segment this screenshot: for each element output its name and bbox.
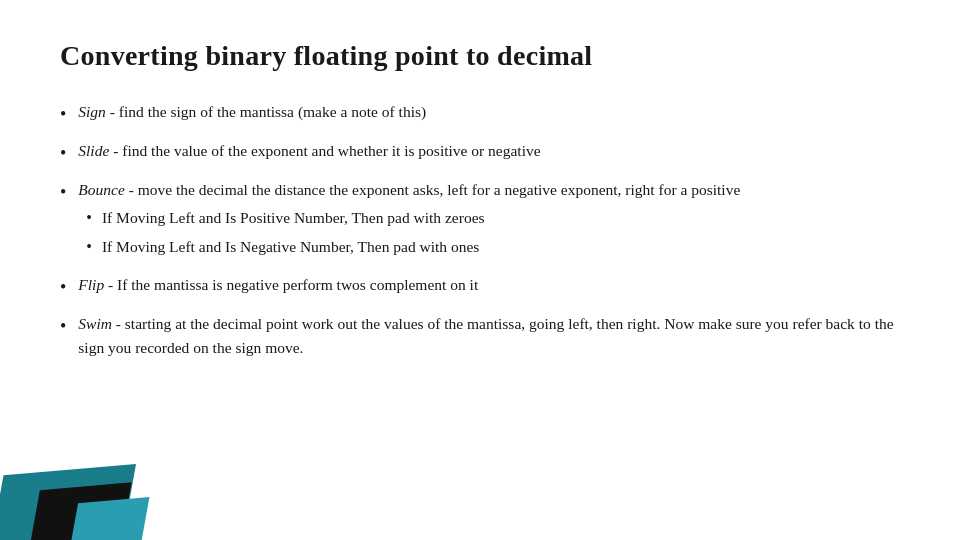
slide-title: Converting binary floating point to deci… [60, 40, 900, 72]
term-slide: Slide [78, 142, 109, 159]
sub-text-1: If Moving Left and Is Negative Number, T… [102, 235, 479, 259]
separator-2: - [125, 181, 138, 198]
list-item: • If Moving Left and Is Positive Number,… [86, 206, 900, 231]
separator-0: - [106, 103, 119, 120]
list-item: • Slide - find the value of the exponent… [60, 139, 900, 168]
sub-bullet-dot: • [86, 206, 92, 231]
separator-3: - [104, 276, 117, 293]
term-sign: Sign [78, 103, 106, 120]
bullet-text: Sign - find the sign of the mantissa (ma… [78, 100, 900, 124]
list-item: • Bounce - move the decimal the distance… [60, 178, 900, 264]
separator-1: - [109, 142, 122, 159]
list-item: • If Moving Left and Is Negative Number,… [86, 235, 900, 260]
separator-4: - [112, 315, 125, 332]
bullet-list: • Sign - find the sign of the mantissa (… [60, 100, 900, 360]
bullet-dot: • [60, 101, 66, 129]
text-4: starting at the decimal point work out t… [78, 315, 893, 356]
list-item: • Swim - starting at the decimal point w… [60, 312, 900, 360]
bullet-dot: • [60, 313, 66, 341]
term-swim: Swim [78, 315, 112, 332]
bullet-text: Bounce - move the decimal the distance t… [78, 178, 900, 264]
bottom-decoration [0, 460, 160, 540]
bullet-text: Flip - If the mantissa is negative perfo… [78, 273, 900, 297]
text-2: move the decimal the distance the expone… [138, 181, 741, 198]
bullet-text: Slide - find the value of the exponent a… [78, 139, 900, 163]
list-item: • Sign - find the sign of the mantissa (… [60, 100, 900, 129]
content-area: • Sign - find the sign of the mantissa (… [60, 100, 900, 360]
bullet-dot: • [60, 179, 66, 207]
sub-bullet-dot: • [86, 235, 92, 260]
term-bounce: Bounce [78, 181, 124, 198]
list-item: • Flip - If the mantissa is negative per… [60, 273, 900, 302]
bullet-dot: • [60, 140, 66, 168]
slide-container: Converting binary floating point to deci… [0, 0, 960, 540]
bullet-text: Swim - starting at the decimal point wor… [78, 312, 900, 360]
term-flip: Flip [78, 276, 104, 293]
text-1: find the value of the exponent and wheth… [122, 142, 540, 159]
text-3: If the mantissa is negative perform twos… [117, 276, 478, 293]
bullet-dot: • [60, 274, 66, 302]
sub-bullet-list: • If Moving Left and Is Positive Number,… [86, 206, 900, 260]
sub-text-0: If Moving Left and Is Positive Number, T… [102, 206, 485, 230]
text-0: find the sign of the mantissa (make a no… [119, 103, 426, 120]
deco-teal2 [70, 497, 149, 540]
